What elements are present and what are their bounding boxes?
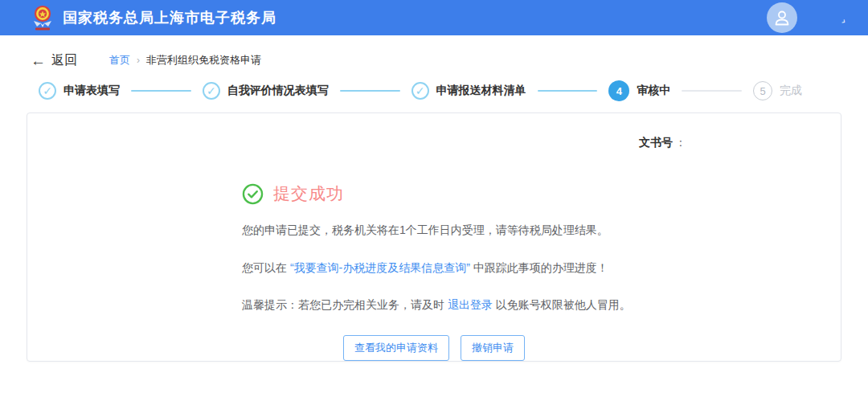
- step-materials-list: ✓ 申请报送材料清单: [411, 82, 526, 100]
- logout-link[interactable]: 退出登录: [448, 298, 493, 311]
- result-line-3: 温馨提示：若您已办完相关业务，请及时 退出登录 以免账号权限被他人冒用。: [242, 297, 841, 313]
- step-connector: [131, 90, 191, 92]
- china-tax-emblem-icon: [31, 5, 55, 31]
- step-connector: [340, 90, 400, 92]
- app-header: 国家税务总局上海市电子税务局 ⌟: [0, 0, 868, 35]
- back-button[interactable]: ← 返回: [31, 52, 77, 69]
- app-title: 国家税务总局上海市电子税务局: [63, 8, 276, 27]
- breadcrumb-home-link[interactable]: 首页: [109, 53, 130, 68]
- line3-prefix: 温馨提示：若您已办完相关业务，请及时: [242, 298, 448, 311]
- back-arrow-icon: ←: [31, 53, 46, 68]
- breadcrumb-row: ← 返回 首页 › 非营利组织免税资格申请: [0, 35, 868, 71]
- step-label: 申请表填写: [63, 84, 120, 98]
- document-number-label: 文书号: [639, 136, 673, 149]
- check-icon: ✓: [39, 82, 56, 100]
- withdraw-application-button[interactable]: 撤销申请: [461, 335, 525, 361]
- query-progress-link[interactable]: “我要查询-办税进度及结果信息查询”: [290, 261, 470, 274]
- user-avatar-button[interactable]: [767, 2, 797, 33]
- step-under-review: 4 审核中: [608, 80, 670, 101]
- result-card: 文书号： 提交成功 您的申请已提交，税务机关将在1个工作日内受理，请等待税局处理…: [27, 113, 841, 362]
- step-label: 审核中: [637, 84, 670, 98]
- back-label: 返回: [51, 52, 77, 69]
- view-application-button[interactable]: 查看我的申请资料: [343, 335, 449, 361]
- document-number-row: 文书号：: [27, 113, 841, 150]
- step-application-form: ✓ 申请表填写: [39, 82, 120, 100]
- line3-suffix: 以免账号权限被他人冒用。: [493, 298, 631, 311]
- step-number: 4: [608, 80, 629, 101]
- step-connector: [682, 90, 742, 92]
- result-line-2: 您可以在 “我要查询-办税进度及结果信息查询” 中跟踪此事项的办理进度！: [242, 260, 841, 276]
- progress-steps: ✓ 申请表填写 ✓ 自我评价情况表填写 ✓ 申请报送材料清单 4 审核中 5 完…: [0, 80, 868, 101]
- step-complete: 5 完成: [753, 81, 802, 100]
- result-head: 提交成功: [242, 182, 841, 205]
- step-self-evaluation: ✓ 自我评价情况表填写: [203, 82, 329, 100]
- breadcrumb: 首页 › 非营利组织免税资格申请: [109, 53, 261, 68]
- document-number-colon: ：: [675, 136, 686, 149]
- check-icon: ✓: [203, 82, 220, 100]
- header-right: ⌟: [767, 2, 849, 33]
- line2-prefix: 您可以在: [242, 261, 290, 274]
- result-block: 提交成功 您的申请已提交，税务机关将在1个工作日内受理，请等待税局处理结果。 您…: [242, 182, 841, 313]
- success-check-icon: [242, 183, 264, 205]
- user-avatar-icon: [772, 8, 792, 27]
- line2-suffix: 中跟踪此事项的办理进度！: [470, 261, 608, 274]
- step-label: 申请报送材料清单: [436, 84, 526, 98]
- step-connector: [538, 90, 598, 92]
- breadcrumb-current: 非营利组织免税资格申请: [146, 53, 261, 68]
- button-row: 查看我的申请资料 撤销申请: [27, 335, 841, 361]
- dropdown-caret-icon[interactable]: ⌟: [840, 13, 849, 22]
- result-lines: 您的申请已提交，税务机关将在1个工作日内受理，请等待税局处理结果。 您可以在 “…: [242, 223, 841, 313]
- check-icon: ✓: [411, 82, 429, 100]
- step-label: 自我评价情况表填写: [227, 84, 329, 98]
- step-number: 5: [753, 81, 772, 100]
- step-label: 完成: [780, 84, 802, 98]
- breadcrumb-separator: ›: [137, 55, 140, 66]
- result-line-1: 您的申请已提交，税务机关将在1个工作日内受理，请等待税局处理结果。: [242, 223, 841, 239]
- result-title: 提交成功: [273, 182, 344, 205]
